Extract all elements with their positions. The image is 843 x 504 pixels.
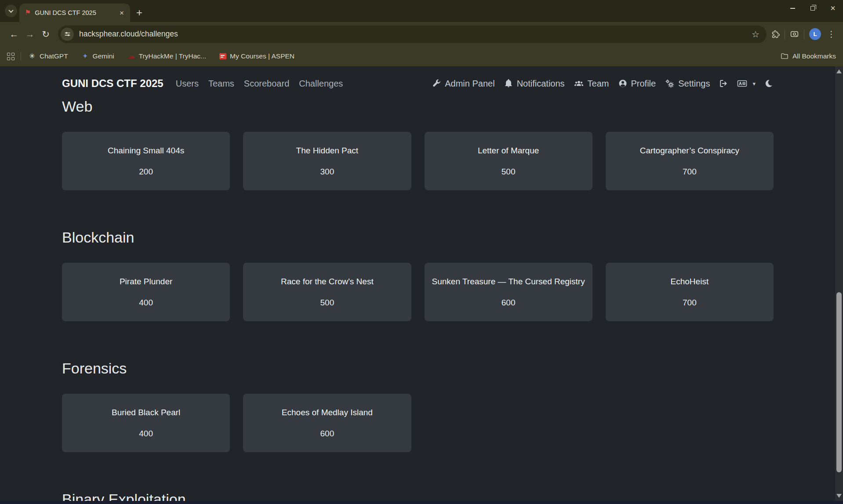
caret-down-icon: ▾ [752, 80, 756, 87]
challenge-card[interactable]: EchoHeist 700 [606, 263, 774, 321]
challenge-title: Buried Black Pearl [107, 408, 185, 417]
challenge-card[interactable]: The Hidden Pact 300 [243, 132, 411, 190]
challenge-sections: Web Chaining Small 404s 200 The Hidden P… [62, 98, 774, 501]
section-title: Binary Exploitation [62, 490, 774, 501]
challenge-card[interactable]: Cartographer’s Conspiracy 700 [606, 132, 774, 190]
bookmarks-bar: ✳ ChatGPT ✦ Gemini ☁ TryHackMe | TryHac.… [0, 46, 843, 66]
browser-tab[interactable]: ⚑ GUNI DCS CTF 2025 × [19, 4, 130, 22]
challenge-card[interactable]: Race for the Crow's Nest 500 [243, 263, 411, 321]
screen-capture-icon[interactable] [790, 29, 799, 39]
tryhackme-cloud-icon: ☁ [127, 53, 135, 60]
challenge-title: Echoes of Medlay Island [277, 408, 377, 417]
challenge-title: The Hidden Pact [292, 146, 363, 156]
user-navbar: Admin Panel Notifications Team [432, 79, 774, 89]
translate-icon [737, 79, 747, 88]
challenge-card[interactable]: Buried Black Pearl 400 [62, 394, 230, 452]
back-button[interactable]: ← [6, 26, 22, 42]
nav-label: Profile [631, 79, 656, 89]
challenge-section: Binary Exploitation [62, 490, 774, 501]
nav-dark-mode[interactable] [765, 79, 774, 88]
chevron-down-icon [8, 8, 13, 13]
challenge-card[interactable]: Letter of Marque 500 [425, 132, 592, 190]
logout-icon [719, 79, 728, 88]
challenge-card[interactable]: Chaining Small 404s 200 [62, 132, 230, 190]
chatgpt-logo-icon: ✳ [28, 53, 36, 60]
bookmark-gemini[interactable]: ✦ Gemini [81, 52, 114, 60]
challenge-card[interactable]: Sunken Treasure — The Cursed Registry 60… [425, 263, 592, 321]
folder-icon [781, 52, 788, 60]
section-title: Web [62, 98, 774, 115]
challenge-title: Race for the Crow's Nest [276, 277, 378, 286]
challenge-grid: Chaining Small 404s 200 The Hidden Pact … [62, 132, 774, 190]
window-minimize-button[interactable] [782, 0, 803, 17]
restore-icon [810, 6, 815, 11]
nav-label: Notifications [517, 79, 565, 89]
challenge-points: 600 [501, 298, 516, 308]
bookmark-star-icon[interactable]: ☆ [752, 29, 762, 40]
nav-logout[interactable] [719, 79, 728, 88]
tune-icon [64, 31, 71, 37]
bookmark-chatgpt[interactable]: ✳ ChatGPT [28, 52, 68, 60]
nav-admin-panel[interactable]: Admin Panel [432, 79, 494, 89]
tab-close-icon[interactable]: × [118, 9, 126, 17]
minimize-icon [790, 8, 795, 9]
bookmark-aspen[interactable]: My Courses | ASPEN [219, 52, 294, 60]
challenge-points: 400 [139, 429, 153, 439]
nav-notifications[interactable]: Notifications [504, 79, 565, 89]
nav-profile[interactable]: Profile [618, 79, 656, 89]
nav-link-scoreboard[interactable]: Scoreboard [244, 79, 289, 89]
toolbar-right: L ⋮ [771, 28, 837, 40]
bookmarks-separator [21, 52, 21, 61]
page-viewport: GUNI DCS CTF 2025 Users Teams Scoreboard… [0, 66, 843, 501]
scrollbar-thumb[interactable] [836, 292, 842, 472]
nav-link-challenges[interactable]: Challenges [299, 79, 343, 89]
challenge-points: 200 [139, 167, 153, 177]
site-brand[interactable]: GUNI DCS CTF 2025 [62, 77, 164, 90]
new-tab-button[interactable]: + [136, 7, 142, 18]
address-bar[interactable]: hacksphear.cloud/challenges ☆ [58, 25, 767, 43]
nav-link-teams[interactable]: Teams [208, 79, 234, 89]
scroll-up-arrow[interactable] [836, 69, 842, 73]
nav-label: Settings [678, 79, 710, 89]
nav-team[interactable]: Team [574, 79, 609, 89]
wrench-icon [432, 79, 441, 88]
profile-avatar[interactable]: L [809, 28, 821, 40]
nav-settings[interactable]: Settings [665, 79, 710, 89]
reload-button[interactable]: ↻ [38, 26, 54, 42]
page-scrollbar[interactable] [835, 66, 843, 501]
window-controls: ✕ [782, 0, 843, 17]
challenge-title: Sunken Treasure — The Cursed Registry [428, 277, 589, 286]
challenge-title: Letter of Marque [473, 146, 543, 156]
challenge-title: EchoHeist [666, 277, 713, 286]
tab-search-button[interactable] [5, 5, 17, 17]
challenge-title: Cartographer’s Conspiracy [636, 146, 744, 156]
nav-language[interactable]: ▾ [737, 79, 756, 88]
forward-button[interactable]: → [22, 26, 38, 42]
challenge-card[interactable]: Echoes of Medlay Island 600 [243, 394, 411, 452]
challenge-title: Pirate Plunder [115, 277, 177, 286]
all-bookmarks-button[interactable]: All Bookmarks [781, 52, 836, 60]
nav-link-users[interactable]: Users [176, 79, 199, 89]
all-bookmarks-label: All Bookmarks [792, 52, 836, 60]
challenge-points: 500 [320, 298, 334, 308]
challenge-card[interactable]: Pirate Plunder 400 [62, 263, 230, 321]
scroll-down-arrow[interactable] [836, 494, 842, 498]
challenge-grid: Buried Black Pearl 400 Echoes of Medlay … [62, 394, 774, 452]
gemini-logo-icon: ✦ [81, 53, 89, 60]
challenge-points: 700 [683, 167, 697, 177]
browser-menu-icon[interactable]: ⋮ [826, 29, 837, 39]
section-title: Forensics [62, 359, 774, 377]
extensions-icon[interactable] [771, 30, 780, 39]
bookmark-label: Gemini [93, 52, 114, 60]
window-close-button[interactable]: ✕ [823, 0, 843, 17]
site-info-button[interactable] [61, 28, 74, 41]
bookmark-tryhackme[interactable]: ☁ TryHackMe | TryHac... [127, 52, 206, 60]
apps-grid-icon[interactable] [7, 53, 15, 60]
browser-toolbar: ← → ↻ hacksphear.cloud/challenges ☆ L ⋮ [0, 22, 843, 46]
url-text[interactable]: hacksphear.cloud/challenges [79, 29, 178, 39]
bookmark-label: My Courses | ASPEN [230, 52, 294, 60]
challenge-points: 700 [683, 298, 697, 308]
window-restore-button[interactable] [803, 0, 823, 17]
tab-title: GUNI DCS CTF 2025 [35, 9, 114, 16]
challenge-section: Forensics Buried Black Pearl 400 Echoes … [62, 359, 774, 452]
